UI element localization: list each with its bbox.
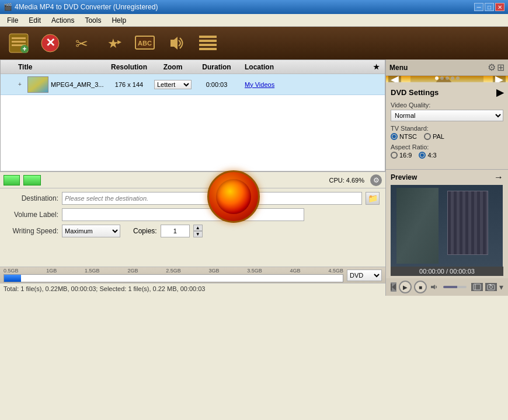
svg-marker-21 (431, 285, 435, 289)
prev-frame-button[interactable] (391, 282, 396, 292)
pal-option[interactable]: PAL (424, 133, 444, 140)
svg-rect-1 (12, 37, 26, 39)
location-link[interactable]: My Videos (245, 81, 274, 88)
video-quality-select[interactable]: Normal High Low (391, 110, 503, 121)
add-file-button[interactable]: + (6, 30, 32, 56)
header-resolution: Resolution (106, 63, 152, 71)
svg-marker-14 (171, 37, 178, 50)
left-content: Title Resolution Zoom Duration Location … (0, 60, 385, 296)
menu-bar: File Edit Actions Tools Help (0, 14, 508, 27)
close-button[interactable]: ✕ (495, 3, 504, 11)
aspect-4-3-radio[interactable] (419, 152, 426, 159)
app-title: 4Media MP4 to DVD Converter (Unregistere… (15, 3, 158, 11)
volume-input[interactable]: My DVD (62, 208, 304, 221)
play-button[interactable]: ▶ (399, 281, 412, 293)
svg-rect-15 (199, 36, 217, 38)
file-title-cell: + MPEG4_AMR_3... (1, 76, 106, 93)
panel-settings-button[interactable]: ⚙ (488, 62, 496, 73)
label-3gb: 3GB (208, 268, 219, 274)
copies-input[interactable]: 1 (161, 225, 190, 237)
volume-slider[interactable] (443, 286, 467, 288)
minimize-button[interactable]: ─ (474, 3, 483, 11)
header-star: ★ (367, 63, 385, 71)
file-zoom-cell: Lettert Full Pan (152, 80, 193, 89)
pal-radio[interactable] (424, 133, 431, 140)
copies-down-button[interactable]: ▼ (193, 231, 203, 237)
menu-edit[interactable]: Edit (24, 15, 46, 26)
menu-actions[interactable]: Actions (47, 15, 79, 26)
ntsc-label: NTSC (399, 133, 417, 140)
label-2gb: 2GB (127, 268, 138, 274)
aspect-16-9-radio[interactable] (391, 152, 398, 159)
brightness-button[interactable] (471, 283, 483, 291)
tv-standard-label: TV Standard: (391, 125, 503, 132)
playback-controls: ▶ ■ (386, 278, 508, 296)
ntsc-option[interactable]: NTSC (391, 133, 417, 140)
copies-up-button[interactable]: ▲ (193, 225, 203, 231)
content-row: Title Resolution Zoom Duration Location … (0, 60, 508, 296)
label-4gb: 4GB (290, 268, 301, 274)
aspect-16-9-option[interactable]: 16:9 (391, 152, 412, 159)
writing-speed-select[interactable]: Maximum 8x 4x 2x (62, 225, 120, 237)
screenshot-button[interactable] (485, 283, 497, 291)
title-bar-controls: ─ □ ✕ (474, 3, 504, 11)
convert-button[interactable]: ABC (132, 30, 158, 56)
writing-speed-label: Writing Speed: (6, 227, 58, 235)
expand-button[interactable]: + (18, 81, 25, 88)
browse-button[interactable]: 📁 (366, 192, 380, 205)
pal-label: PAL (433, 133, 444, 140)
burn-button-inner (216, 179, 251, 214)
cpu-label: CPU: 4.69% (44, 177, 364, 184)
menu-label: Menu (389, 64, 408, 72)
storage-track-container: 0.5GB 1GB 1.5GB 2GB 2.5GB 3GB 3.5GB 4GB … (4, 268, 343, 282)
svg-marker-19 (392, 284, 396, 290)
aspect-4-3-option[interactable]: 4:3 (419, 152, 436, 159)
more-options-button[interactable]: ▾ (499, 282, 503, 292)
ntsc-radio[interactable] (391, 133, 398, 140)
file-duration-cell: 0:00:03 (193, 81, 240, 88)
delete-button[interactable]: ✕ (37, 30, 63, 56)
volume-ctrl-icon (430, 284, 440, 290)
menu-file[interactable]: File (2, 15, 23, 26)
header-location: Location (240, 63, 367, 71)
favorite-button[interactable]: ★ ▸ (100, 30, 126, 56)
menu-tools[interactable]: Tools (80, 15, 106, 26)
dot-1 (435, 76, 439, 80)
stop-button[interactable]: ■ (414, 281, 427, 293)
panel-expand-button[interactable]: ⊞ (497, 62, 504, 73)
volume-button[interactable] (163, 30, 189, 56)
menu-thumbnail: ◀ ▶ (386, 76, 508, 82)
svg-point-25 (490, 286, 493, 289)
label-1gb: 1GB (46, 268, 57, 274)
progress-area: CPU: 4.69% ⚙ (0, 172, 385, 188)
next-thumb-button[interactable]: ▶ (493, 76, 506, 82)
dot-4 (451, 76, 454, 80)
app-icon: 🎬 (4, 3, 12, 11)
maximize-button[interactable]: □ (485, 3, 494, 11)
settings-list-icon (197, 33, 218, 54)
svg-rect-26 (489, 284, 491, 285)
volume-row: Volume Label: My DVD (6, 208, 380, 221)
zoom-select[interactable]: Lettert Full Pan (154, 80, 192, 89)
volume-icon (166, 33, 187, 54)
svg-text:ABC: ABC (138, 40, 152, 47)
dvd-settings-title: DVD Settings ▶ (391, 87, 503, 98)
settings-list-button[interactable] (195, 30, 221, 56)
svg-text:✂: ✂ (75, 35, 88, 52)
file-resolution-cell: 176 x 144 (106, 81, 152, 88)
preview-title: Preview → (391, 172, 503, 183)
progress-bar-2 (23, 175, 41, 186)
preview-label: Preview (391, 173, 417, 181)
preview-timecode: 00:00:00 / 00:00:03 (391, 267, 503, 276)
preview-expand-button[interactable]: → (494, 172, 503, 183)
preview-door (447, 191, 488, 255)
format-select[interactable]: DVD DVD-5 DVD-9 Blu-ray (347, 270, 382, 281)
aspect-ratio-row: Aspect Ratio: 16:9 4:3 (391, 144, 503, 159)
settings-gear-button[interactable]: ⚙ (370, 174, 382, 186)
cut-button[interactable]: ✂ (69, 30, 95, 56)
prev-thumb-button[interactable]: ◀ (388, 76, 401, 82)
file-location-cell: My Videos (240, 81, 367, 88)
menu-help[interactable]: Help (107, 15, 131, 26)
burn-button[interactable] (207, 170, 260, 223)
dvd-settings-expand-button[interactable]: ▶ (496, 87, 503, 98)
